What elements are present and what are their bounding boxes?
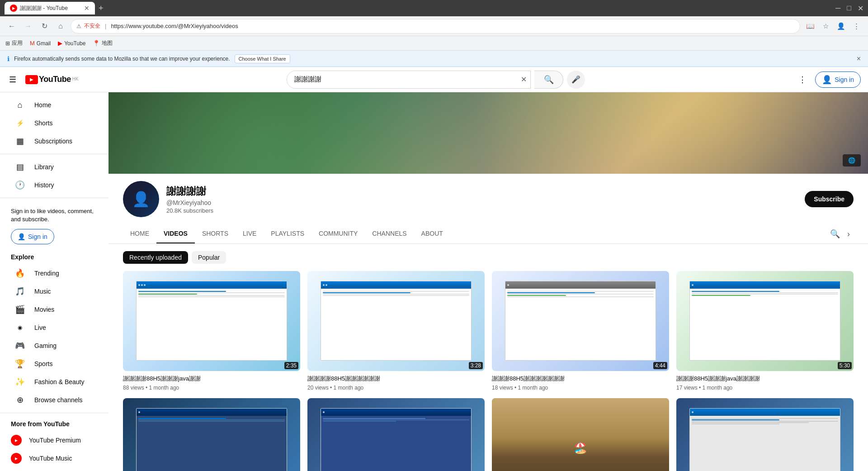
video-card-3[interactable]: 4:44 謝謝謝88H5謝謝謝謝謝謝謝 18 views • 1 month a… (492, 271, 669, 391)
search-box: ✕ (287, 71, 531, 89)
maximize-button[interactable]: □ (847, 4, 851, 13)
search-clear-button[interactable]: ✕ (517, 75, 530, 84)
sidebar-item-yt-music[interactable]: YouTube Music (0, 449, 108, 467)
explore-title: Explore (0, 250, 108, 264)
video-duration-1: 2:35 (284, 362, 298, 369)
refresh-button[interactable]: ↻ (38, 20, 51, 33)
separator: | (105, 23, 106, 29)
forward-button[interactable]: → (22, 20, 34, 33)
video-meta-2: 謝謝謝謝88H5謝謝謝謝謝謝 20 views • 1 month ago (307, 375, 485, 391)
video-stats-4: 17 views • 1 month ago (676, 385, 854, 391)
sidebar-browse-channels[interactable]: ⊕ Browse channels (4, 391, 105, 409)
thumb-window-5 (136, 408, 287, 471)
bookmark-maps[interactable]: 📍 地图 (93, 39, 113, 47)
new-tab-button[interactable]: + (99, 4, 104, 13)
home-button[interactable]: ⌂ (54, 20, 67, 33)
sidebar-item-shorts[interactable]: ⚡ Shorts (4, 114, 105, 132)
extensions-button[interactable]: ⋮ (850, 20, 863, 33)
video-thumb-5: 3:15 (123, 398, 300, 471)
video-card-8[interactable]: 6:10 謝謝謝謝88H5謝謝謝謝謝謝謝謝 3 views • 2 months… (676, 398, 854, 471)
browser-tab[interactable]: ▶ 謝謝謝謝 - YouTube ✕ (5, 2, 95, 14)
youtube-logo[interactable]: YouTube HK (25, 75, 79, 84)
thumb-titlebar-3 (505, 281, 655, 289)
sidebar-item-live[interactable]: ◉ Live (4, 319, 105, 337)
bookmark-youtube[interactable]: ▶ YouTube (58, 40, 85, 47)
banner-decoration (108, 92, 868, 174)
url-text: https://www.youtube.com/@MrXieyiyahoo/vi… (111, 23, 238, 29)
sidebar-item-home[interactable]: ⌂ Home (4, 96, 105, 114)
minimize-button[interactable]: ─ (835, 4, 840, 13)
choose-share-button[interactable]: Choose What I Share (235, 54, 290, 63)
reader-view-button[interactable]: 📖 (804, 20, 816, 33)
tab-videos[interactable]: VIDEOS (156, 224, 195, 243)
tab-about[interactable]: ABOUT (414, 224, 450, 243)
tab-close-button[interactable]: ✕ (84, 5, 90, 12)
video-card-1[interactable]: 2:35 謝謝謝謝88H5謝謝謝java謝謝 88 views • 1 mont… (123, 271, 300, 391)
sidebar: ⌂ Home ⚡ Shorts ▦ Subscriptions ▤ (0, 92, 108, 471)
channel-name: 謝謝謝謝 (166, 185, 797, 198)
video-card-4[interactable]: 5:30 謝謝謝88H5謝謝謝java謝謝謝謝 17 views • 1 mon… (676, 271, 854, 391)
search-input[interactable] (287, 71, 517, 88)
filter-popular[interactable]: Popular (192, 251, 226, 264)
tab-home[interactable]: HOME (123, 224, 156, 243)
search-submit-button[interactable]: 🔍 (534, 71, 563, 89)
sidebar-item-trending[interactable]: 🔥 Trending (4, 264, 105, 282)
filter-recently-uploaded[interactable]: Recently uploaded (123, 251, 188, 264)
info-bar-close-button[interactable]: × (857, 55, 861, 63)
video-thumb-8: 6:10 (676, 398, 854, 471)
address-bar[interactable]: ⚠ 不安全 | https://www.youtube.com/@MrXieyi… (71, 19, 800, 33)
more-from-yt-title: More from YouTube (0, 417, 108, 431)
sidebar-item-fashion[interactable]: ✨ Fashion & Beauty (4, 373, 105, 391)
sidebar-item-premium[interactable]: YouTube Premium (0, 431, 108, 449)
sidebar-signin-text: Sign in to like videos, comment, and sub… (11, 207, 98, 224)
sidebar-item-library[interactable]: ▤ Library (4, 158, 105, 176)
sidebar-item-movies[interactable]: 🎬 Movies (4, 300, 105, 319)
video-card-2[interactable]: 3:28 謝謝謝謝88H5謝謝謝謝謝謝 20 views • 1 month a… (307, 271, 485, 391)
sidebar-item-sports[interactable]: 🏆 Sports (4, 355, 105, 373)
gaming-icon: 🎮 (14, 341, 25, 351)
sync-button[interactable]: 👤 (835, 20, 847, 33)
sidebar-signin-section: Sign in to like videos, comment, and sub… (0, 202, 108, 250)
back-button[interactable]: ← (5, 20, 18, 33)
sidebar-item-history[interactable]: 🕐 History (4, 176, 105, 194)
sidebar-item-subscriptions[interactable]: ▦ Subscriptions (4, 132, 105, 150)
video-meta-3: 謝謝謝88H5謝謝謝謝謝謝謝 18 views • 1 month ago (492, 375, 669, 391)
tab-channels[interactable]: CHANNELS (365, 224, 414, 243)
tab-live[interactable]: LIVE (236, 224, 264, 243)
sign-in-button[interactable]: 👤 Sign in (815, 71, 861, 88)
bookmark-button[interactable]: ☆ (819, 20, 832, 33)
trending-icon: 🔥 (14, 268, 25, 278)
browser-title-bar: ▶ 謝謝謝謝 - YouTube ✕ + ─ □ ✕ (0, 0, 868, 16)
tab-playlists[interactable]: PLAYLISTS (264, 224, 311, 243)
video-card-6[interactable]: 4:02 謝謝謝謝88H5謝謝謝謝謝謝 9 views • 1 month ag… (307, 398, 485, 471)
gmail-label: Gmail (37, 40, 51, 47)
thumb-body-5 (137, 416, 286, 471)
sidebar-item-music[interactable]: 🎵 Music (4, 282, 105, 300)
subscribe-button[interactable]: Subscribe (805, 191, 854, 207)
bookmark-gmail[interactable]: M Gmail (30, 40, 51, 47)
channel-search-button[interactable]: 🔍 (826, 225, 844, 243)
channel-avatar: 👤 (123, 181, 159, 217)
youtube-header: ☰ YouTube HK ✕ 🔍 🎤 ⋮ 👤 Sign in (0, 67, 868, 92)
thumb-titlebar-5 (137, 409, 286, 416)
channel-tabs-more-button[interactable]: › (844, 226, 854, 243)
channel-handle: @MrXieyiyahoo (166, 199, 797, 206)
video-time-1: 1 month ago (149, 385, 179, 391)
more-options-button[interactable]: ⋮ (793, 71, 811, 89)
bookmark-apps[interactable]: ⊞ 应用 (5, 39, 23, 47)
video-thumb-6: 4:02 (307, 398, 485, 471)
thumb-titlebar-8 (690, 409, 840, 416)
menu-button[interactable]: ☰ (7, 73, 18, 86)
video-card-5[interactable]: 3:15 謝謝謝謝88H5謝謝謝謝謝謝 12 views • 1 month a… (123, 398, 300, 471)
maps-icon: 📍 (93, 40, 100, 47)
sidebar-signin-button[interactable]: 👤 Sign in (11, 229, 54, 244)
thumb-body-8 (690, 416, 840, 471)
channel-language-button[interactable]: 🌐 (843, 154, 861, 167)
voice-search-button[interactable]: 🎤 (567, 71, 585, 89)
video-card-7[interactable]: 🏖️ 2:50 謝謝謝謝謝謝謝謝謝謝謝謝 5 views (492, 398, 669, 471)
main-content: 🌐 👤 謝謝謝謝 @MrXieyiyahoo 20.8K subscribers… (108, 92, 868, 471)
tab-shorts[interactable]: SHORTS (195, 224, 236, 243)
tab-community[interactable]: COMMUNITY (311, 224, 365, 243)
close-window-button[interactable]: ✕ (858, 4, 863, 13)
sidebar-item-gaming[interactable]: 🎮 Gaming (4, 337, 105, 355)
